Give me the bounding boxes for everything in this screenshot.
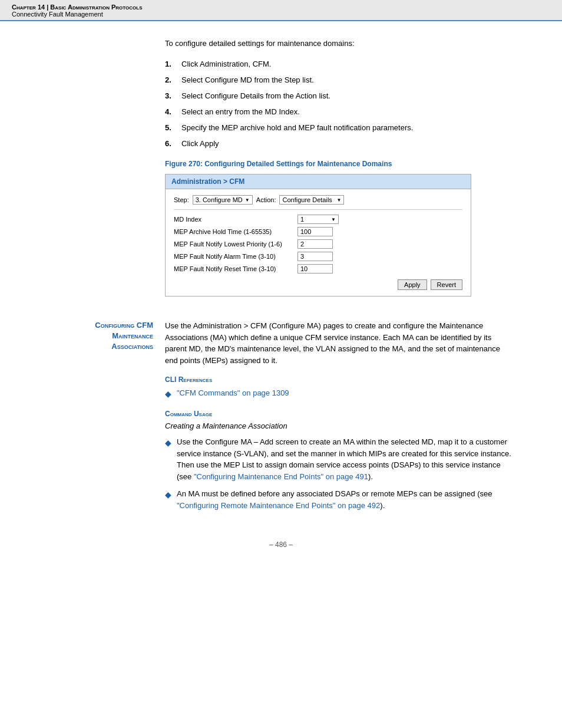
ui-mockup-header: Administration > CFM xyxy=(166,174,471,189)
page-content: To configure detailed settings for maint… xyxy=(0,21,562,572)
section-body: Use the Administration > CFM (Configure … xyxy=(165,320,515,366)
steps-list: 1. Click Administration, CFM. 2. Select … xyxy=(165,60,515,148)
ui-step-action-row: Step: 3. Configure MD ▼ Action: Configur… xyxy=(174,195,462,205)
cmd-usage-italic: Creating a Maintenance Association xyxy=(165,421,515,430)
bullet-2-link[interactable]: "Configuring Remote Maintenance End Poin… xyxy=(177,501,380,510)
step-select[interactable]: 3. Configure MD ▼ xyxy=(193,195,253,205)
step-3-text: Select Configure Details from the Action… xyxy=(181,91,330,100)
page-subtitle: Connectivity Fault Management xyxy=(12,11,550,18)
step-4-text: Select an entry from the MD Index. xyxy=(181,107,300,116)
ui-separator xyxy=(174,209,462,210)
bullet-item-1: ◆ Use the Configure MA – Add screen to c… xyxy=(165,436,515,482)
step-1-num: 1. xyxy=(165,60,181,68)
intro-text: To configure detailed settings for maint… xyxy=(165,39,515,48)
step-1: 1. Click Administration, CFM. xyxy=(165,60,515,68)
intro-right: To configure detailed settings for maint… xyxy=(165,39,515,314)
header-bar: Chapter 14 | Basic Administration Protoc… xyxy=(0,0,562,21)
apply-button[interactable]: Apply xyxy=(398,279,427,290)
cmd-usage-heading: Command Usage xyxy=(165,410,515,418)
field-label-3: MEP Fault Notify Reset Time (3-10) xyxy=(174,265,297,272)
step-5-text: Specify the MEP archive hold and MEP fau… xyxy=(181,123,413,132)
section-content-right: Use the Administration > CFM (Configure … xyxy=(165,320,515,517)
step-1-text: Click Administration, CFM. xyxy=(181,60,271,68)
step-4-num: 4. xyxy=(165,107,181,116)
step-select-value: 3. Configure MD xyxy=(196,196,243,203)
step-6: 6. Click Apply xyxy=(165,139,515,148)
bullet-1-after: ). xyxy=(368,472,373,481)
step-2-num: 2. xyxy=(165,75,181,84)
section-title-line3: Associations xyxy=(47,341,153,352)
chapter-separator: | xyxy=(45,4,50,11)
action-label: Action: xyxy=(256,196,276,203)
cli-ref-link[interactable]: "CFM Commands" on page 1309 xyxy=(177,388,289,397)
step-6-num: 6. xyxy=(165,139,181,148)
bullet-diamond-3: ◆ xyxy=(165,489,177,501)
intro-left xyxy=(47,39,153,314)
section-heading-left: Configuring CFM Maintenance Associations xyxy=(47,320,153,517)
section-title-line1: Configuring CFM xyxy=(47,320,153,331)
ui-mockup-body: Step: 3. Configure MD ▼ Action: Configur… xyxy=(166,189,471,296)
cli-ref-link-text: "CFM Commands" on page 1309 xyxy=(177,387,289,399)
cfm-section: Configuring CFM Maintenance Associations… xyxy=(47,320,515,517)
bullet-diamond-2: ◆ xyxy=(165,437,177,449)
step-5-num: 5. xyxy=(165,123,181,132)
step-5: 5. Specify the MEP archive hold and MEP … xyxy=(165,123,515,132)
md-index-row: MD Index 1 ▼ xyxy=(174,215,462,224)
page-number: – 486 – xyxy=(269,541,293,549)
md-index-value: 1 xyxy=(300,216,304,223)
cli-ref-heading: CLI References xyxy=(165,375,515,384)
chapter-title: Basic Administration Protocols xyxy=(50,4,142,11)
ui-mockup: Administration > CFM Step: 3. Configure … xyxy=(165,174,471,297)
step-3: 3. Select Configure Details from the Act… xyxy=(165,91,515,100)
field-row-3: MEP Fault Notify Reset Time (3-10) xyxy=(174,264,462,274)
ui-buttons-row: Apply Revert xyxy=(174,279,462,290)
field-input-1[interactable] xyxy=(297,239,333,249)
field-label-2: MEP Fault Notify Alarm Time (3-10) xyxy=(174,253,297,260)
step-4: 4. Select an entry from the MD Index. xyxy=(165,107,515,116)
cmd-usage-bullets: ◆ Use the Configure MA – Add screen to c… xyxy=(165,436,515,511)
field-input-2[interactable] xyxy=(297,252,333,261)
cli-ref-list: ◆ "CFM Commands" on page 1309 xyxy=(165,387,515,400)
field-row-0: MEP Archive Hold Time (1-65535) xyxy=(174,227,462,236)
step-2: 2. Select Configure MD from the Step lis… xyxy=(165,75,515,84)
bullet-2-after: ). xyxy=(380,501,385,510)
action-select-arrow: ▼ xyxy=(337,197,342,203)
page-footer: – 486 – xyxy=(47,541,515,549)
bullet-item-2: ◆ An MA must be defined before any assoc… xyxy=(165,488,515,511)
cli-ref-item: ◆ "CFM Commands" on page 1309 xyxy=(165,387,515,400)
section-title-line2: Maintenance xyxy=(47,331,153,341)
field-input-3[interactable] xyxy=(297,264,333,274)
bullet-diamond-1: ◆ xyxy=(165,388,177,400)
figure-caption: Figure 270: Configuring Detailed Setting… xyxy=(165,160,515,168)
md-index-arrow: ▼ xyxy=(331,217,336,222)
md-index-label: MD Index xyxy=(174,216,297,223)
chapter-number: Chapter 14 xyxy=(12,4,45,11)
bullet-1-text: Use the Configure MA – Add screen to cre… xyxy=(177,436,515,482)
revert-button[interactable]: Revert xyxy=(431,279,462,290)
bullet-2-before: An MA must be defined before any associa… xyxy=(177,489,492,498)
bullet-2-text: An MA must be defined before any associa… xyxy=(177,488,515,511)
action-select-value: Configure Details xyxy=(282,196,332,203)
chapter-label: Chapter 14 | Basic Administration Protoc… xyxy=(12,4,143,11)
intro-section: To configure detailed settings for maint… xyxy=(47,39,515,314)
field-label-0: MEP Archive Hold Time (1-65535) xyxy=(174,228,297,235)
action-select[interactable]: Configure Details ▼ xyxy=(279,195,344,205)
field-row-1: MEP Fault Notify Lowest Priority (1-6) xyxy=(174,239,462,249)
step-6-text: Click Apply xyxy=(181,139,219,148)
md-index-select[interactable]: 1 ▼ xyxy=(297,215,339,224)
bullet-1-link[interactable]: "Configuring Maintenance End Points" on … xyxy=(194,472,368,481)
step-3-num: 3. xyxy=(165,91,181,100)
field-label-1: MEP Fault Notify Lowest Priority (1-6) xyxy=(174,241,297,248)
step-2-text: Select Configure MD from the Step list. xyxy=(181,75,314,84)
field-input-0[interactable] xyxy=(297,227,333,236)
field-row-2: MEP Fault Notify Alarm Time (3-10) xyxy=(174,252,462,261)
step-label: Step: xyxy=(174,196,189,203)
step-select-arrow: ▼ xyxy=(245,197,250,203)
